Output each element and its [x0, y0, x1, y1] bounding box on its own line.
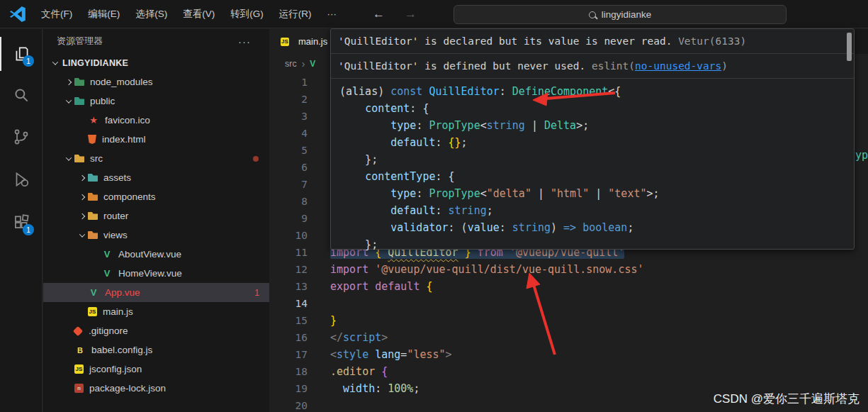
folder-src-icon [74, 155, 84, 162]
file-label: favicon.ico [105, 115, 150, 126]
menu-item-5[interactable]: 转到(G) [222, 4, 271, 24]
line-number: 11 [269, 244, 308, 261]
code-token: validator [390, 221, 448, 234]
code-line[interactable]: import '@vueup/vue-quill/dist/vue-quill.… [330, 261, 868, 278]
git-icon [73, 325, 83, 335]
file-label: jsconfig.json [89, 364, 142, 374]
code-token: </ [330, 331, 343, 344]
babel-icon: B [74, 345, 86, 355]
chevron-down-icon [62, 152, 74, 165]
extensions-icon[interactable]: 1 [0, 206, 43, 240]
chevron-down-icon [76, 229, 88, 241]
folder-public-icon [74, 97, 84, 105]
tree-item-app-vue[interactable]: VApp.vue1 [43, 283, 269, 302]
menu-item-1[interactable]: 文件(F) [33, 4, 80, 24]
tab-label: main.js [298, 36, 327, 47]
tree-item-package-lock-json[interactable]: npackage-lock.json [43, 379, 269, 398]
explorer-icon[interactable]: 1 [0, 37, 43, 71]
tree-item-components[interactable]: components [43, 187, 269, 206]
code-token: "delta" [487, 187, 531, 200]
chevron-down-icon [62, 95, 74, 107]
tree-item-aboutview-vue[interactable]: VAboutView.vue [43, 245, 269, 264]
hover-code-line: validator: (value: string) => boolean; [339, 219, 847, 236]
command-center-search[interactable]: lingyidianke [453, 5, 787, 24]
nav-forward-icon[interactable]: → [395, 7, 427, 21]
hover-scrollbar[interactable] [847, 33, 852, 61]
lint-rule-link[interactable]: no-unused-vars [635, 60, 721, 72]
search-icon [589, 11, 596, 18]
tree-item-node-modules[interactable]: node_modules [43, 72, 269, 91]
watermark: CSDN @爱你三千遍斯塔克 [714, 391, 859, 407]
code-token: ; [461, 136, 468, 149]
line-number: 6 [269, 159, 308, 176]
tree-item-homeview-vue[interactable]: VHomeView.vue [43, 264, 269, 283]
line-number: 2 [269, 91, 308, 108]
file-label: babel.config.js [91, 345, 152, 355]
run-debug-icon[interactable] [0, 162, 43, 196]
tree-item-lingyidianke[interactable]: LINGYIDIANKE [43, 53, 269, 72]
code-line[interactable] [330, 295, 868, 312]
chevron-right-icon [62, 76, 74, 88]
tree-item-babel-config-js[interactable]: Bbabel.config.js [43, 340, 269, 360]
line-number: 3 [269, 108, 308, 125]
hover-code-line: default: string; [339, 202, 847, 219]
code-token: .editor [330, 365, 375, 378]
code-line[interactable]: .editor { [330, 363, 868, 380]
code-token: : { [410, 102, 429, 115]
code-token: >; [576, 119, 589, 132]
code-token: (alias) [339, 85, 390, 98]
tab-main-js[interactable]: JS main.js [269, 29, 339, 54]
tree-item-favicon-ico[interactable]: ★favicon.ico [43, 111, 269, 130]
code-token: }; [339, 238, 378, 251]
code-token: > [446, 348, 452, 361]
tree-item-src[interactable]: src [43, 149, 269, 168]
line-number: 5 [269, 142, 308, 159]
menu-item-3[interactable]: 选择(S) [128, 4, 175, 24]
nav-back-icon[interactable]: ← [363, 7, 395, 21]
search-view-icon[interactable] [0, 78, 43, 112]
chevron-spacer [62, 344, 74, 356]
code-line[interactable]: </script> [330, 329, 868, 346]
tree-item-main-js[interactable]: JSmain.js [43, 302, 269, 321]
menu-item-6[interactable]: 运行(R) [271, 4, 320, 24]
code-line[interactable]: } [330, 312, 868, 329]
code-token: content [365, 102, 410, 115]
code-token: QuillEditor [429, 85, 499, 98]
sidebar-more-icon[interactable]: ··· [238, 35, 251, 48]
hover-code-line: type: PropType<"delta" | "html" | "text"… [339, 185, 847, 202]
menu-item-2[interactable]: 编辑(E) [80, 4, 128, 24]
code-token: : [416, 187, 429, 200]
code-line[interactable]: <style lang="less"> [330, 346, 868, 363]
tree-item-assets[interactable]: assets [43, 168, 269, 187]
more-menu[interactable]: ··· [320, 5, 345, 23]
code-token: : { [435, 170, 454, 183]
vue-icon: V [88, 287, 99, 298]
line-number: 10 [269, 227, 308, 244]
code-token: >; [647, 187, 660, 200]
tree-item--gitignore[interactable]: .gitignore [43, 321, 269, 340]
code-line[interactable]: export default { [330, 278, 868, 295]
code-token: "text" [608, 187, 646, 200]
code-token [375, 365, 381, 378]
hover-code-line: }; [339, 236, 847, 253]
tree-item-views[interactable]: views [43, 226, 269, 245]
code-token: | [589, 187, 608, 200]
tree-item-public[interactable]: public [43, 91, 269, 111]
chevron-spacer [76, 114, 88, 126]
tree-item-router[interactable]: router [43, 206, 269, 226]
tree-item-index-html[interactable]: index.html [43, 130, 269, 149]
menu-item-4[interactable]: 查看(V) [175, 4, 222, 24]
source-control-icon[interactable] [0, 120, 43, 154]
breadcrumb-item-src[interactable]: src [285, 59, 297, 69]
hover-code-line: contentType: { [339, 168, 847, 185]
code-token [576, 221, 582, 234]
code-token: {} [449, 136, 461, 149]
code-token [339, 187, 390, 200]
code-token: import [330, 263, 368, 276]
code-token: contentType [365, 170, 435, 183]
code-token: ; [627, 221, 633, 234]
line-number: 12 [269, 261, 308, 278]
js-file-icon: JS [281, 38, 289, 46]
chevron-right-icon [76, 191, 88, 203]
tree-item-jsconfig-json[interactable]: JSjsconfig.json [43, 360, 269, 379]
